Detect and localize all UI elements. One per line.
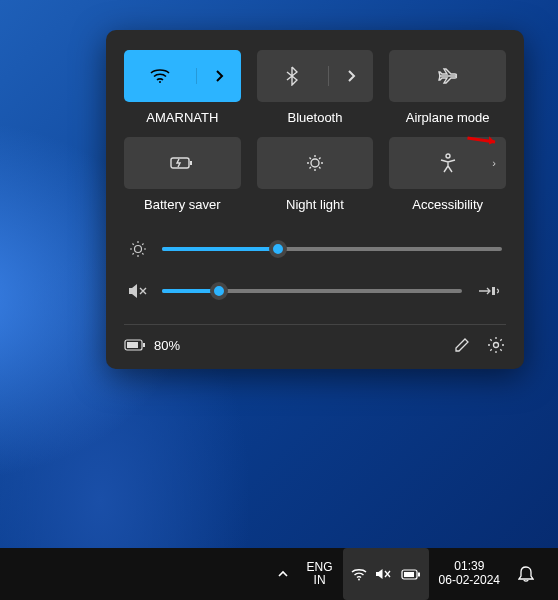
night-light-label: Night light bbox=[286, 197, 344, 212]
battery-status[interactable]: 80% bbox=[124, 338, 180, 353]
svg-rect-7 bbox=[143, 343, 145, 347]
taskbar-time: 01:39 bbox=[454, 560, 484, 574]
svg-point-9 bbox=[494, 343, 499, 348]
system-tray-button[interactable] bbox=[343, 548, 429, 600]
edit-button[interactable] bbox=[452, 335, 472, 355]
chevron-up-icon bbox=[277, 569, 289, 579]
accessibility-icon bbox=[439, 153, 457, 173]
quick-tiles-grid: AMARNATH Bluetooth Airplane bbox=[124, 50, 506, 212]
accessibility-tile-wrap: › Accessibility bbox=[389, 137, 506, 212]
brightness-fill bbox=[162, 247, 278, 251]
chevron-right-icon bbox=[346, 69, 356, 83]
volume-mute-icon bbox=[375, 567, 393, 581]
svg-point-3 bbox=[311, 159, 319, 167]
volume-thumb[interactable] bbox=[210, 282, 228, 300]
accessibility-label: Accessibility bbox=[412, 197, 483, 212]
svg-rect-2 bbox=[190, 161, 192, 165]
bluetooth-tile-wrap: Bluetooth bbox=[257, 50, 374, 125]
svg-point-5 bbox=[135, 246, 142, 253]
brightness-thumb[interactable] bbox=[269, 240, 287, 258]
svg-point-0 bbox=[159, 81, 161, 83]
battery-saver-icon bbox=[170, 155, 194, 171]
quick-settings-panel: AMARNATH Bluetooth Airplane bbox=[106, 30, 524, 369]
night-light-tile[interactable] bbox=[257, 137, 374, 189]
wifi-label: AMARNATH bbox=[146, 110, 218, 125]
settings-button[interactable] bbox=[486, 335, 506, 355]
tray-overflow-button[interactable] bbox=[269, 548, 297, 600]
battery-saver-tile-wrap: Battery saver bbox=[124, 137, 241, 212]
battery-percent: 80% bbox=[154, 338, 180, 353]
wifi-icon bbox=[351, 568, 367, 581]
bluetooth-icon bbox=[286, 66, 298, 86]
audio-output-button[interactable] bbox=[476, 283, 502, 299]
night-light-tile-wrap: Night light bbox=[257, 137, 374, 212]
svg-point-4 bbox=[446, 154, 450, 158]
brightness-icon bbox=[128, 240, 148, 258]
chevron-right-icon: › bbox=[492, 157, 496, 169]
language-button[interactable]: ENG IN bbox=[299, 548, 341, 600]
wifi-tile[interactable] bbox=[124, 50, 241, 102]
battery-icon bbox=[124, 339, 146, 351]
pencil-icon bbox=[454, 337, 470, 353]
airplane-icon bbox=[437, 67, 459, 85]
footer-actions bbox=[452, 335, 506, 355]
volume-slider[interactable] bbox=[162, 289, 462, 293]
svg-rect-8 bbox=[127, 342, 138, 348]
bluetooth-tile[interactable] bbox=[257, 50, 374, 102]
wifi-expand-button[interactable] bbox=[197, 69, 241, 83]
bluetooth-toggle[interactable] bbox=[257, 66, 330, 86]
gear-icon bbox=[487, 336, 505, 354]
battery-icon bbox=[401, 569, 421, 580]
taskbar: ENG IN 01:39 06-02-2024 bbox=[0, 548, 558, 600]
chevron-right-icon bbox=[214, 69, 224, 83]
notifications-button[interactable] bbox=[510, 548, 542, 600]
wifi-toggle[interactable] bbox=[124, 68, 197, 84]
bluetooth-expand-button[interactable] bbox=[329, 69, 373, 83]
svg-rect-13 bbox=[404, 572, 414, 577]
brightness-slider-row bbox=[128, 240, 502, 258]
clock-button[interactable]: 01:39 06-02-2024 bbox=[431, 548, 508, 600]
accessibility-tile[interactable]: › bbox=[389, 137, 506, 189]
airplane-tile[interactable] bbox=[389, 50, 506, 102]
bell-icon bbox=[518, 565, 534, 583]
taskbar-date: 06-02-2024 bbox=[439, 574, 500, 588]
battery-saver-tile[interactable] bbox=[124, 137, 241, 189]
volume-mute-icon[interactable] bbox=[128, 282, 148, 300]
night-light-icon bbox=[305, 153, 325, 173]
panel-footer: 80% bbox=[124, 324, 506, 355]
battery-saver-label: Battery saver bbox=[144, 197, 221, 212]
volume-slider-row bbox=[128, 282, 502, 300]
lang-secondary: IN bbox=[314, 574, 326, 587]
svg-rect-12 bbox=[418, 572, 420, 576]
bluetooth-label: Bluetooth bbox=[288, 110, 343, 125]
svg-point-10 bbox=[358, 578, 360, 580]
airplane-label: Airplane mode bbox=[406, 110, 490, 125]
wifi-tile-wrap: AMARNATH bbox=[124, 50, 241, 125]
wifi-icon bbox=[150, 68, 170, 84]
airplane-tile-wrap: Airplane mode bbox=[389, 50, 506, 125]
brightness-slider[interactable] bbox=[162, 247, 502, 251]
